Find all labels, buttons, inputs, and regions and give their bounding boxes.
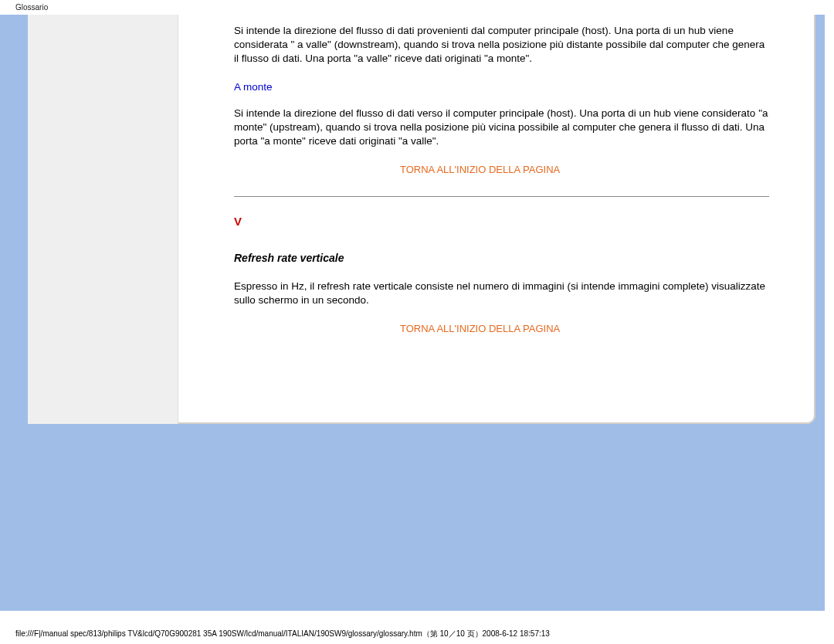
refresh-rate-definition: Espresso in Hz, il refresh rate vertical… [234, 280, 769, 307]
page-header-label: Glossario [0, 0, 834, 15]
section-divider [234, 196, 769, 197]
main-content: Si intende la direzione del flusso di da… [178, 15, 815, 366]
back-to-top-link-2[interactable]: TORNA ALL'INIZIO DELLA PAGINA [234, 322, 769, 336]
a-monte-definition: Si intende la direzione del flusso di da… [234, 107, 769, 149]
a-monte-term: A monte [234, 80, 769, 94]
left-sidebar [28, 15, 178, 424]
content-panel: Si intende la direzione del flusso di da… [28, 15, 815, 424]
back-to-top-link-1[interactable]: TORNA ALL'INIZIO DELLA PAGINA [234, 163, 769, 177]
a-valle-definition: Si intende la direzione del flusso di da… [234, 24, 769, 66]
footer-file-path: file:///F|/manual spec/813/philips TV&lc… [15, 629, 550, 639]
section-letter-v: V [234, 214, 769, 229]
page-background: Si intende la direzione del flusso di da… [0, 15, 825, 611]
blue-fill [19, 424, 825, 602]
refresh-rate-heading: Refresh rate verticale [234, 251, 769, 266]
